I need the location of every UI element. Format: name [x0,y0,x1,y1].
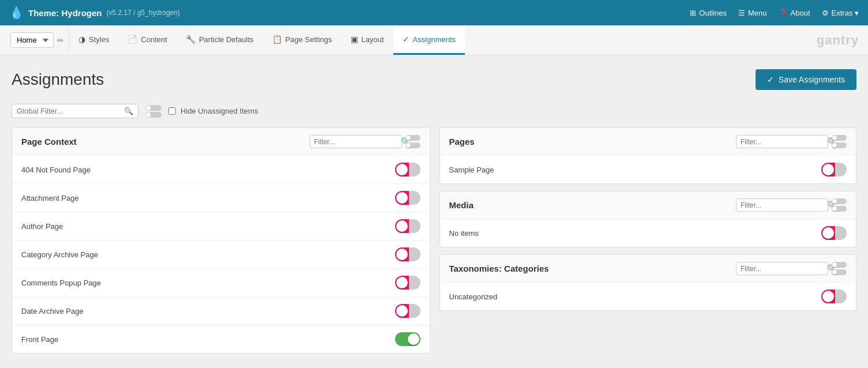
item-toggle-comments[interactable] [395,276,420,290]
global-filter-input[interactable] [17,107,124,115]
page-settings-icon: 📋 [272,35,282,44]
global-toggle-top[interactable] [145,105,161,111]
check-icon: ✓ [767,75,774,84]
page-context-toggle-pair[interactable] [405,135,420,148]
page-context-toggle-bottom[interactable] [405,142,420,148]
item-toggle-sample-page[interactable] [821,163,847,177]
item-toggle-category[interactable] [395,247,420,261]
tab-particle-defaults[interactable]: 🔧 Particle Defaults [176,25,263,55]
home-select[interactable]: Home [10,32,54,48]
taxonomies-title: Taxonomies: Categories [449,264,549,273]
page-context-filter-input[interactable] [314,138,401,146]
item-label: Comments Popup Page [21,279,101,287]
item-toggle-uncategorized[interactable] [821,290,847,303]
extras-label: Extras ▾ [832,9,859,17]
item-toggle-attachment[interactable] [395,191,420,205]
taxonomies-filter-input-wrapper: 🔍 [736,262,828,275]
tab-layout[interactable]: ▣ Layout [341,25,393,55]
global-filter-wrapper: 🔍 [12,104,138,118]
taxonomies-toggle-bottom[interactable] [832,269,847,275]
global-toggle-bottom[interactable] [145,112,161,118]
list-item: Comments Popup Page [12,269,430,297]
edit-icon[interactable]: ✏ [57,36,64,45]
question-circle-icon: ❓ [779,9,788,17]
tab-assignments[interactable]: ✓ Assignments [393,25,465,55]
about-label: About [791,9,810,17]
top-navbar: 💧 Theme: Hydrogen (v5.2.17 / g5_hydrogen… [0,0,868,25]
pages-toggle-pair[interactable] [832,135,847,148]
item-label: Category Archive Page [21,250,98,259]
hide-unassigned-label[interactable]: Hide Unassigned Items [168,107,258,115]
list-item: Category Archive Page [12,241,430,269]
assignments-icon: ✓ [403,35,409,44]
save-assignments-button[interactable]: ✓ Save Assignments [756,69,856,90]
item-label: Front Page [21,335,58,344]
tab-styles[interactable]: ◑ Styles [69,25,118,55]
item-label: Attachment Page [21,194,79,202]
hide-unassigned-checkbox[interactable] [168,107,176,115]
grid-icon: ⊞ [690,9,696,17]
item-toggle-date[interactable] [395,304,420,318]
taxonomies-toggle-top[interactable] [832,262,847,268]
tab-particle-label: Particle Defaults [199,35,254,44]
item-label: Sample Page [449,166,494,174]
theme-version: (v5.2.17 / g5_hydrogen) [107,9,180,17]
page-header: Assignments ✓ Save Assignments [12,69,856,90]
top-navbar-actions: ⊞ Outlines ☰ Menu ❓ About ⚙ Extras ▾ [690,9,859,17]
taxonomies-filter-input[interactable] [741,265,827,273]
global-toggle-pair[interactable] [145,105,161,118]
tab-layout-label: Layout [362,35,384,44]
pages-filter-input[interactable] [741,138,827,146]
media-filter-input-wrapper: 🔍 [736,198,828,212]
outlines-link[interactable]: ⊞ Outlines [690,9,727,17]
tab-content[interactable]: 📄 Content [118,25,176,55]
taxonomies-section: Taxonomies: Categories 🔍 Uncategorized [439,254,857,311]
taxonomies-header: Taxonomies: Categories 🔍 [440,255,856,283]
taxonomies-toggle-pair[interactable] [832,262,847,275]
list-item: Author Page [12,212,430,241]
list-item: Sample Page [440,156,856,183]
media-filter-input[interactable] [741,201,827,209]
list-item: Attachment Page [12,184,430,212]
media-header: Media 🔍 [440,191,856,219]
extras-link[interactable]: ⚙ Extras ▾ [822,9,859,17]
item-toggle-front[interactable] [395,332,420,346]
pages-toggle-bottom[interactable] [832,142,847,148]
list-item: Front Page [12,325,430,353]
panels-row: Page Context 🔍 404 Not Found Page [12,127,856,354]
media-toggle-top[interactable] [832,198,847,204]
item-toggle-404[interactable] [395,163,420,177]
gantry-logo: gantry [817,25,868,55]
outlines-label: Outlines [699,9,727,17]
about-link[interactable]: ❓ About [779,9,810,17]
media-filter-wrapper: 🔍 [736,198,847,212]
tab-page-settings[interactable]: 📋 Page Settings [263,25,341,55]
main-content: Assignments ✓ Save Assignments 🔍 Hide Un… [0,55,868,367]
search-icon: 🔍 [124,107,133,115]
media-section: Media 🔍 No items [439,191,857,247]
item-label: Date Archive Page [21,307,84,316]
tab-assignments-label: Assignments [413,35,456,44]
item-toggle-author[interactable] [395,219,420,233]
media-toggle-pair[interactable] [832,198,847,212]
media-toggle-bottom[interactable] [832,206,847,212]
item-label: 404 Not Found Page [21,166,91,174]
tab-bar: Home ✏ ◑ Styles 📄 Content 🔧 Particle Def… [0,25,868,55]
list-item: Uncategorized [440,283,856,310]
page-context-toggle-top[interactable] [405,135,420,141]
item-toggle-no-items[interactable] [821,226,847,240]
styles-icon: ◑ [78,35,85,44]
item-label: Uncategorized [449,292,498,301]
menu-label: Menu [748,9,767,17]
droplet-icon: 💧 [9,6,24,20]
pages-filter-wrapper: 🔍 [736,135,847,148]
layout-icon: ▣ [351,35,358,44]
menu-link[interactable]: ☰ Menu [738,9,767,17]
page-context-panel: Page Context 🔍 404 Not Found Page [12,127,430,354]
pages-toggle-top[interactable] [832,135,847,141]
pages-section: Pages 🔍 Sample Page [439,127,857,184]
theme-name: Theme: Hydrogen [28,8,102,18]
media-title: Media [449,200,474,210]
menu-icon: ☰ [738,9,745,17]
page-title: Assignments [12,70,104,89]
